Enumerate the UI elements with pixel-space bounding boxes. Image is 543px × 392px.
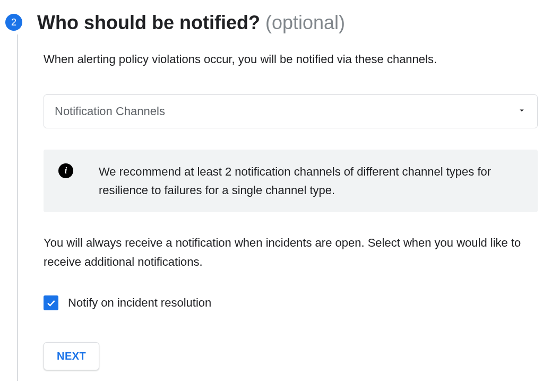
checkmark-icon [46, 298, 56, 308]
notification-channels-dropdown[interactable]: Notification Channels [44, 94, 538, 128]
dropdown-label: Notification Channels [55, 104, 165, 118]
next-button[interactable]: NEXT [44, 342, 99, 370]
info-banner: i We recommend at least 2 notification c… [44, 150, 538, 212]
info-icon: i [58, 163, 73, 178]
step-title-text: Who should be notified? [37, 12, 260, 33]
chevron-down-icon [517, 106, 527, 117]
step-optional-label: (optional) [265, 12, 345, 33]
notify-resolution-label: Notify on incident resolution [68, 296, 211, 310]
additional-notifications-text: You will always receive a notification w… [44, 233, 538, 271]
notify-resolution-checkbox-row[interactable]: Notify on incident resolution [44, 295, 538, 310]
step-body: When alerting policy violations occur, y… [17, 34, 538, 381]
step-title: Who should be notified? (optional) [37, 11, 345, 34]
info-banner-text: We recommend at least 2 notification cha… [99, 162, 523, 199]
notify-resolution-checkbox[interactable] [44, 295, 58, 310]
step-number-badge: 2 [5, 14, 22, 31]
step-description: When alerting policy violations occur, y… [44, 50, 538, 68]
